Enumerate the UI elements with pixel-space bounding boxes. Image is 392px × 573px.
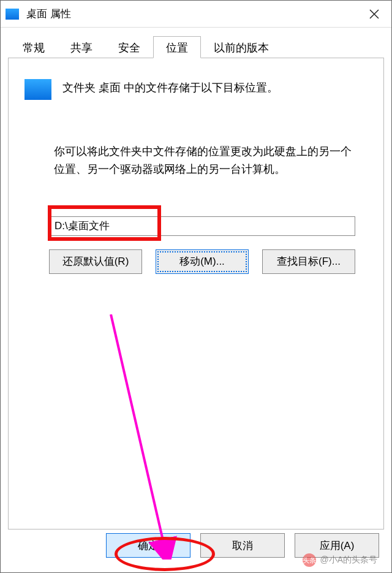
ok-button[interactable]: 确定 (106, 533, 190, 558)
find-target-button[interactable]: 查找目标(F)... (262, 249, 355, 274)
properties-dialog: 桌面 属性 常规 共享 安全 位置 以前的版本 文件夹 桌面 中的文件存储于以下… (0, 0, 392, 573)
watermark: 头条 @小A的头条号 (303, 553, 377, 567)
move-button[interactable]: 移动(M)... (156, 249, 249, 274)
tab-general[interactable]: 常规 (10, 36, 58, 58)
annotation-highlight-box (48, 205, 161, 241)
client-area: 常规 共享 安全 位置 以前的版本 文件夹 桌面 中的文件存储于以下目标位置。 … (1, 28, 391, 572)
titlebar: 桌面 属性 (1, 1, 391, 28)
close-button[interactable] (357, 1, 391, 28)
tab-security[interactable]: 安全 (105, 36, 153, 58)
watermark-text: @小A的头条号 (320, 555, 377, 566)
restore-defaults-button[interactable]: 还原默认值(R) (49, 249, 142, 274)
description-row: 文件夹 桌面 中的文件存储于以下目标位置。 (24, 79, 368, 100)
folder-icon (24, 79, 51, 100)
watermark-icon: 头条 (303, 553, 316, 567)
tab-previous-versions[interactable]: 以前的版本 (201, 36, 282, 58)
tab-location[interactable]: 位置 (153, 36, 201, 58)
cancel-button[interactable]: 取消 (200, 533, 285, 558)
tab-sharing[interactable]: 共享 (58, 36, 105, 58)
desktop-icon (6, 9, 19, 20)
path-area (49, 216, 355, 236)
close-icon (369, 9, 379, 19)
help-text: 你可以将此文件夹中文件存储的位置更改为此硬盘上的另一个位置、另一个驱动器或网络上… (54, 143, 355, 178)
location-tab-body: 文件夹 桌面 中的文件存储于以下目标位置。 你可以将此文件夹中文件存储的位置更改… (8, 58, 384, 529)
description-text: 文件夹 桌面 中的文件存储于以下目标位置。 (62, 79, 278, 97)
window-title: 桌面 属性 (26, 7, 357, 21)
tab-strip: 常规 共享 安全 位置 以前的版本 (8, 36, 384, 58)
location-buttons-row: 还原默认值(R) 移动(M)... 查找目标(F)... (49, 249, 355, 274)
